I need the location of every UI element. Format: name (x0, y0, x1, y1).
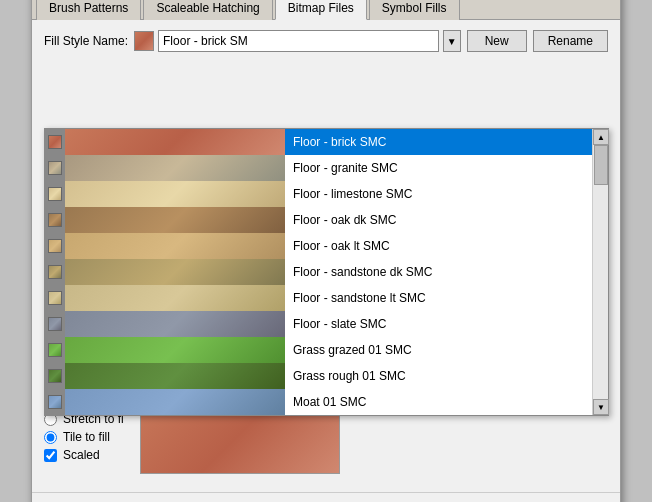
fill-style-input[interactable] (158, 30, 439, 52)
dialog-content: Fill Style Name: ▼ New Rename Floor - br… (32, 20, 620, 492)
item-preview (65, 207, 285, 233)
dropdown-item[interactable]: Floor - granite SMC (45, 155, 592, 181)
tab-scaleable-hatching[interactable]: Scaleable Hatching (143, 0, 272, 20)
scrollbar-track (593, 145, 608, 399)
tab-brush-patterns[interactable]: Brush Patterns (36, 0, 141, 20)
tab-bitmap-files[interactable]: Bitmap Files (275, 0, 367, 20)
item-icon (45, 181, 65, 207)
fill-style-dropdown[interactable]: Floor - brick SMCFloor - granite SMCFloo… (44, 128, 609, 416)
item-icon (45, 259, 65, 285)
fill-style-row: Fill Style Name: ▼ New Rename (44, 30, 608, 52)
tile-label: Tile to fill (63, 430, 110, 444)
dropdown-item[interactable]: Grass grazed 01 SMC (45, 337, 592, 363)
item-icon (45, 285, 65, 311)
combo-dropdown-arrow[interactable]: ▼ (443, 30, 461, 52)
scaled-checkbox[interactable] (44, 449, 57, 462)
item-preview (65, 233, 285, 259)
item-preview (65, 129, 285, 155)
dialog-footer: OK Cancel (32, 492, 620, 502)
item-label: Floor - sandstone dk SMC (285, 265, 588, 279)
fill-name-combo: ▼ (134, 30, 461, 52)
item-icon (45, 207, 65, 233)
item-preview (65, 259, 285, 285)
tile-radio-row: Tile to fill (44, 430, 124, 444)
item-label: Moat 01 SMC (285, 395, 588, 409)
fill-style-label: Fill Style Name: (44, 34, 128, 48)
item-icon (45, 311, 65, 337)
item-icon (45, 129, 65, 155)
dropdown-item[interactable]: Moat 01 SMC (45, 389, 592, 415)
new-button[interactable]: New (467, 30, 527, 52)
item-label: Floor - slate SMC (285, 317, 588, 331)
dropdown-item[interactable]: Floor - oak lt SMC (45, 233, 592, 259)
dropdown-scrollbar[interactable]: ▲ ▼ (592, 129, 608, 415)
item-label: Floor - limestone SMC (285, 187, 588, 201)
scrollbar-thumb[interactable] (594, 145, 608, 185)
scroll-down-button[interactable]: ▼ (593, 399, 609, 415)
item-icon (45, 389, 65, 415)
item-label: Floor - oak dk SMC (285, 213, 588, 227)
scaled-checkbox-row: Scaled (44, 448, 124, 462)
item-preview (65, 389, 285, 415)
item-icon (45, 363, 65, 389)
combo-preview-swatch (134, 31, 154, 51)
item-label: Floor - brick SMC (285, 135, 588, 149)
dropdown-item[interactable]: Floor - slate SMC (45, 311, 592, 337)
dropdown-item[interactable]: Floor - oak dk SMC (45, 207, 592, 233)
item-label: Grass grazed 01 SMC (285, 343, 588, 357)
item-label: Floor - oak lt SMC (285, 239, 588, 253)
tab-bar: Brush Patterns Scaleable Hatching Bitmap… (32, 0, 620, 20)
item-preview (65, 311, 285, 337)
dropdown-item[interactable]: Floor - limestone SMC (45, 181, 592, 207)
rename-button[interactable]: Rename (533, 30, 608, 52)
tile-radio[interactable] (44, 431, 57, 444)
item-preview (65, 181, 285, 207)
tab-symbol-fills[interactable]: Symbol Fills (369, 0, 460, 20)
item-label: Grass rough 01 SMC (285, 369, 588, 383)
item-label: Floor - sandstone lt SMC (285, 291, 588, 305)
dropdown-item[interactable]: Grass rough 01 SMC (45, 363, 592, 389)
item-preview (65, 363, 285, 389)
item-icon (45, 155, 65, 181)
fill-style-dialog: Fill Style Properties ? ✕ Brush Patterns… (31, 0, 621, 502)
dropdown-item[interactable]: Floor - sandstone lt SMC (45, 285, 592, 311)
item-icon (45, 337, 65, 363)
dropdown-item[interactable]: Floor - sandstone dk SMC (45, 259, 592, 285)
scaled-label: Scaled (63, 448, 100, 462)
item-label: Floor - granite SMC (285, 161, 588, 175)
item-preview (65, 337, 285, 363)
item-preview (65, 155, 285, 181)
scroll-up-button[interactable]: ▲ (593, 129, 609, 145)
item-preview (65, 285, 285, 311)
item-icon (45, 233, 65, 259)
dropdown-item[interactable]: Floor - brick SMC (45, 129, 592, 155)
